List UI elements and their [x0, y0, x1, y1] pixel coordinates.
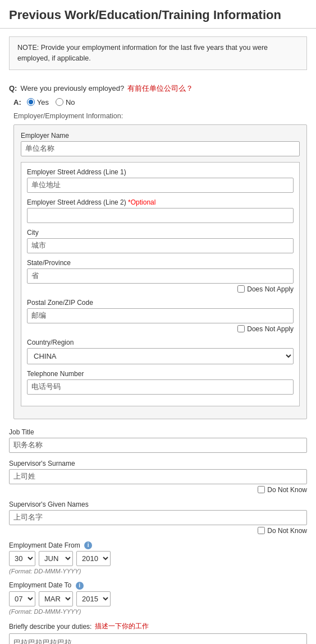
- date-from-info-icon[interactable]: i: [84, 541, 92, 549]
- date-to-month-select[interactable]: JANFEBMARAPRMAY JUNJULAUGSEP OCTNOVDEC: [39, 591, 73, 606]
- address-line1-label: Employer Street Address (Line 1): [27, 168, 294, 176]
- postal-does-not-apply-label: Does Not Apply: [247, 325, 294, 333]
- city-input[interactable]: [27, 238, 294, 253]
- postal-does-not-apply-row: Does Not Apply: [27, 325, 294, 333]
- country-select[interactable]: CHINA UNITED STATES OTHER: [27, 348, 294, 364]
- date-to-info-icon[interactable]: i: [76, 582, 84, 590]
- supervisor-surname-dnk-checkbox[interactable]: [258, 486, 265, 493]
- job-title-input[interactable]: [9, 438, 307, 453]
- address-line1-input[interactable]: [27, 178, 294, 193]
- no-radio[interactable]: [56, 98, 63, 106]
- postal-does-not-apply-checkbox[interactable]: [237, 325, 245, 332]
- supervisor-given-dnk-row: Do Not Know: [9, 527, 307, 535]
- telephone-group: Telephone Number: [27, 370, 294, 395]
- question-row: Q: Were you previously employed? 有前任单位公司…: [9, 84, 307, 94]
- supervisor-given-dnk-label: Do Not Know: [267, 527, 307, 535]
- address-line2-label: Employer Street Address (Line 2) *Option…: [27, 198, 294, 206]
- date-to-year-select[interactable]: 2010201120122013 20142015: [76, 591, 111, 606]
- address-inner-box: Employer Street Address (Line 1) Employe…: [21, 162, 300, 406]
- date-from-day-select[interactable]: 30 0102030405 0607080910 1112131415 1617…: [9, 551, 35, 566]
- state-group: State/Province Does Not Apply: [27, 259, 294, 293]
- address-line1-group: Employer Street Address (Line 1): [27, 168, 294, 193]
- employer-name-label: Employer Name: [21, 132, 300, 140]
- supervisor-surname-group: Supervisor's Surname Do Not Know: [9, 460, 307, 494]
- a-label: A:: [13, 98, 21, 106]
- city-label: City: [27, 229, 294, 237]
- supervisor-surname-dnk-label: Do Not Know: [267, 486, 307, 494]
- postal-label: Postal Zone/ZIP Code: [27, 299, 294, 307]
- date-from-year-select[interactable]: 2010201120122013 20142015: [76, 551, 111, 566]
- answer-row: A: Yes No: [9, 98, 307, 106]
- q-label: Q:: [9, 84, 17, 92]
- date-from-month-select[interactable]: JANFEBMARAPRMAY JUNJULAUGSEP OCTNOVDEC: [39, 551, 73, 566]
- duties-chinese-label: 描述一下你的工作: [95, 622, 149, 631]
- state-input[interactable]: [27, 268, 294, 284]
- telephone-input[interactable]: [27, 379, 294, 395]
- date-from-row: 30 0102030405 0607080910 1112131415 1617…: [9, 551, 307, 566]
- postal-group: Postal Zone/ZIP Code Does Not Apply: [27, 299, 294, 333]
- address-line2-group: Employer Street Address (Line 2) *Option…: [27, 198, 294, 223]
- address-line2-input[interactable]: [27, 208, 294, 223]
- radio-group: Yes No: [27, 98, 75, 106]
- form-section: Q: Were you previously employed? 有前任单位公司…: [0, 78, 316, 645]
- job-title-group: Job Title: [9, 428, 307, 453]
- duties-textarea[interactable]: 巴拉巴拉巴拉巴拉: [9, 633, 307, 644]
- supervisor-given-dnk-checkbox[interactable]: [258, 527, 265, 534]
- date-to-group: Employment Date To i 0102030405 06070809…: [9, 581, 307, 615]
- duties-label: Briefly describe your duties:: [9, 623, 91, 631]
- question-text: Were you previously employed?: [20, 84, 124, 92]
- postal-input[interactable]: [27, 308, 294, 323]
- employer-name-group: Employer Name: [21, 132, 300, 156]
- duties-group: Briefly describe your duties: 描述一下你的工作 巴…: [9, 622, 307, 644]
- duties-label-row: Briefly describe your duties: 描述一下你的工作: [9, 622, 307, 631]
- optional-text: *Optional: [128, 198, 155, 206]
- page-title: Previous Work/Education/Training Informa…: [0, 0, 316, 29]
- date-to-day-select[interactable]: 0102030405 0607080910 1112131415 1617181…: [9, 591, 35, 606]
- date-to-row: 0102030405 0607080910 1112131415 1617181…: [9, 591, 307, 606]
- yes-radio-label[interactable]: Yes: [27, 98, 49, 106]
- date-to-format: (Format: DD-MMM-YYYY): [9, 608, 307, 615]
- city-group: City: [27, 229, 294, 253]
- employer-outer-box: Employer Name Employer Street Address (L…: [13, 124, 307, 419]
- no-radio-label[interactable]: No: [56, 98, 75, 106]
- employer-info-label: Employer/Employment Information:: [9, 112, 307, 120]
- country-group: Country/Region CHINA UNITED STATES OTHER: [27, 339, 294, 364]
- date-to-label: Employment Date To i: [9, 581, 307, 590]
- supervisor-given-input[interactable]: [9, 510, 307, 525]
- supervisor-surname-label: Supervisor's Surname: [9, 460, 307, 467]
- note-box: NOTE: Provide your employment informatio…: [9, 36, 307, 70]
- no-label: No: [66, 98, 75, 106]
- question-chinese: 有前任单位公司么？: [127, 84, 193, 94]
- supervisor-given-label: Supervisor's Given Names: [9, 501, 307, 508]
- state-does-not-apply-label: Does Not Apply: [247, 285, 294, 293]
- state-label: State/Province: [27, 259, 294, 267]
- state-does-not-apply-row: Does Not Apply: [27, 285, 294, 293]
- date-from-group: Employment Date From i 30 0102030405 060…: [9, 541, 307, 575]
- country-label: Country/Region: [27, 339, 294, 346]
- yes-radio[interactable]: [27, 98, 35, 106]
- date-from-label: Employment Date From i: [9, 541, 307, 550]
- job-title-label: Job Title: [9, 428, 307, 436]
- supervisor-surname-input[interactable]: [9, 469, 307, 484]
- date-from-format: (Format: DD-MMM-YYYY): [9, 568, 307, 574]
- supervisor-given-group: Supervisor's Given Names Do Not Know: [9, 501, 307, 535]
- employer-name-input[interactable]: [21, 141, 300, 156]
- yes-label: Yes: [37, 98, 49, 106]
- supervisor-surname-dnk-row: Do Not Know: [9, 486, 307, 494]
- state-does-not-apply-checkbox[interactable]: [237, 285, 245, 293]
- telephone-label: Telephone Number: [27, 370, 294, 378]
